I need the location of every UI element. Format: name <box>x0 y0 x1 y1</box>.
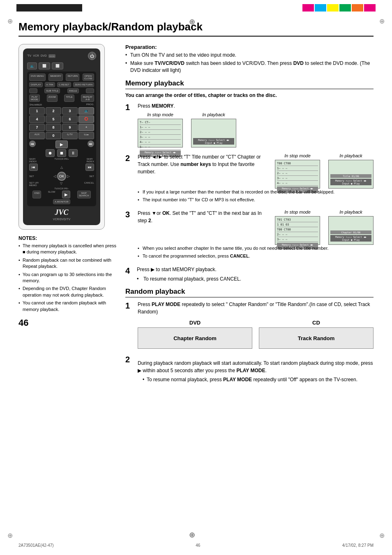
step2-stop-screen: T00 CT00 1— — — 2— — — 3— — — 4— — — Mem… <box>275 160 320 189</box>
step2-bullet-1: If you input a large number than the num… <box>138 189 374 196</box>
step3-stop-label: In stop mode <box>284 210 311 214</box>
cd-label: CD <box>259 320 374 326</box>
step-2-row: 2 Press ◄/► to select "T" Title number o… <box>125 153 374 204</box>
dvd-box: DVD Chapter Random <box>138 320 252 349</box>
step-1-row: 1 Press MEMORY. In stop mode T— CT— 1— —… <box>125 102 374 147</box>
step-2-number: 2 <box>125 154 133 162</box>
step2-stop-label: In stop mode <box>284 153 311 158</box>
page-title: Memory playback/Random playback <box>18 21 374 37</box>
preparation-section: Preparation: Turn ON the TV and set to t… <box>125 44 374 74</box>
step-1-text: Press MEMORY. <box>138 102 374 110</box>
note-item-2: Random playback can not be combined with… <box>18 257 117 270</box>
footer-center: 46 <box>196 543 200 548</box>
reg-mark-bottom-center: ⊕ <box>189 530 195 539</box>
step-3-screens: In stop mode T01 CT03 1 01 03 T00 CT00 2… <box>275 210 374 245</box>
step2-play-label: In playback <box>339 153 362 158</box>
random-playback-heading: Random playback <box>125 288 374 297</box>
step-1-number: 1 <box>125 103 133 111</box>
prep-item-1: Turn ON the TV and set to the video inpu… <box>125 52 374 59</box>
step-2-bullets: If you input a large number than the num… <box>138 189 374 203</box>
random-step-2-bullet: To resume normal playback, press PLAY MO… <box>138 376 374 383</box>
step-4-bullet: • To resume normal playback, press CANCE… <box>137 276 241 282</box>
step3-play-label: In playback <box>339 210 362 214</box>
reg-mark-bottom-left: ⊕ <box>7 532 13 539</box>
note-item-3: You can program up to 30 selections into… <box>18 272 117 284</box>
step-3-bullets: When you select another chapter In the s… <box>138 245 374 259</box>
step-4-row: 4 Press ▶ to start MEMORY playback. • To… <box>125 266 374 282</box>
preparation-title: Preparation: <box>125 44 374 50</box>
step3-stop-screen: T01 CT03 1 01 03 T00 CT00 2— — — 3— — — … <box>275 216 320 245</box>
random-step-2-number: 2 <box>125 355 133 364</box>
random-step-2-row: 2 During playback random playback will s… <box>125 355 374 383</box>
footer-right: 4/17/02, 8:27 PM <box>342 543 374 548</box>
remote-subtitle: VCR/DVD/TV <box>27 218 96 221</box>
dvd-cd-display-row: DVD Chapter Random CD Track Random <box>138 320 374 349</box>
step3-bullet-1: When you select another chapter In the s… <box>138 245 374 252</box>
step1-stop-screen: T— CT— 1— — — 2— — — 3— — — 4— — — 5— — … <box>138 119 183 147</box>
chapter-random-display: Chapter Random <box>138 327 252 349</box>
step1-play-screen: Memory ↑↓←→ Select ◀▶ Input ● Play <box>191 119 236 147</box>
notes-title: NOTES: <box>18 235 117 241</box>
step2-bullet-2: The input number into "T" for CD or MP3 … <box>138 196 374 203</box>
reg-mark-bottom-right: ⊕ <box>379 532 385 539</box>
page-number: 46 <box>18 318 117 328</box>
memory-playback-subheading: You can arrange the order of titles, cha… <box>125 92 374 98</box>
random-step-1-row: 1 Press PLAY MODE repeatedly to select "… <box>125 301 374 349</box>
remote-control-image: 'TV VCR DVD • • • ⏻ 📺 ⬜ ⬜ <box>18 44 105 230</box>
notes-section: NOTES: The memory playback is cancelled … <box>18 235 117 328</box>
footer-left: 2A73501AE(42-47) <box>18 543 54 548</box>
random-step-2-text: During playback random playback will sta… <box>138 359 374 383</box>
prep-item-2: Make sure TV/VCR/DVD switch has been sli… <box>125 60 374 74</box>
right-column: Preparation: Turn ON the TV and set to t… <box>125 44 374 389</box>
track-random-display: Track Random <box>259 327 374 349</box>
step-3-text: Press ▼or OK. Set the "T" and "CT" in th… <box>138 210 270 224</box>
step-2-screens: In stop mode T00 CT00 1— — — 2— — — 3— —… <box>275 153 374 189</box>
footer: 2A73501AE(42-47) 46 4/17/02, 8:27 PM <box>0 543 392 548</box>
dvd-label: DVD <box>138 320 252 326</box>
step3-play-screen: Chapter 01/06 Memory ↑↓←→ Select ◀▶ Inpu… <box>328 216 374 245</box>
step-2-text: Press ◄/► to select "T" Title number or … <box>138 153 270 175</box>
random-step-1-number: 1 <box>125 302 133 310</box>
step-4-text: Press ▶ to start MEMORY playback. <box>137 266 241 273</box>
power-button-icon: ⏻ <box>88 52 96 60</box>
step2-play-screen: Title 01/06 Memory ↑↓←→ Select ◀▶ Input … <box>328 160 374 189</box>
memory-playback-heading: Memory playback <box>125 79 374 89</box>
step3-bullet-2: To cancel the programmed selection, pres… <box>138 253 374 260</box>
jvc-logo: JVC <box>27 208 96 217</box>
step1-play-label: In playback <box>202 112 225 117</box>
notes-list: The memory playback is cancelled when pr… <box>18 243 117 313</box>
note-item-1: The memory playback is cancelled when pr… <box>18 243 117 256</box>
random-step-1-text: Press PLAY MODE repeatedly to select " C… <box>138 301 374 315</box>
cd-box: CD Track Random <box>259 320 374 349</box>
step1-stop-label: In stop mode <box>147 112 173 117</box>
step-3-number: 3 <box>125 210 133 219</box>
step-1-screens: In stop mode T— CT— 1— — — 2— — — 3— — —… <box>138 112 374 147</box>
note-item-5: You cannot use the random playback with … <box>18 300 117 313</box>
left-column: 'TV VCR DVD • • • ⏻ 📺 ⬜ ⬜ <box>18 44 117 389</box>
note-item-4: Depending on the DVD, Chapter Random ope… <box>18 286 117 298</box>
step-4-number: 4 <box>125 267 133 275</box>
preparation-list: Turn ON the TV and set to the video inpu… <box>125 52 374 74</box>
random-playback-section: Random playback 1 Press PLAY MODE repeat… <box>125 288 374 383</box>
step-3-row: 3 Press ▼or OK. Set the "T" and "CT" in … <box>125 210 374 260</box>
